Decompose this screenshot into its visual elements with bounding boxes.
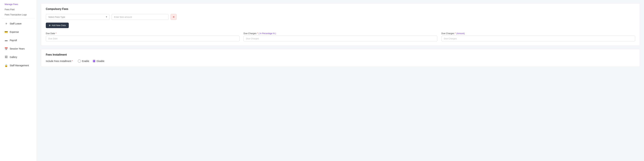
fees-type-select-wrapper: Select Fees Type ▼ [46, 14, 110, 20]
due-charges-amount-required: * [455, 32, 456, 35]
fees-input-row: Select Fees Type ▼ ✕ [46, 14, 635, 20]
due-charges-amount-input[interactable] [442, 36, 635, 41]
sidebar-item-gallery-label: Gallery [10, 56, 17, 58]
add-new-data-label: Add New Data [52, 24, 66, 27]
sidebar-item-expense-label: Expense [10, 31, 19, 33]
due-date-input[interactable] [46, 36, 240, 41]
sidebar-divider-1 [2, 18, 35, 18]
disable-radio-input[interactable] [92, 60, 96, 63]
fees-installment-title: Fees Installment [46, 53, 635, 56]
disable-radio-label: Disable [96, 60, 104, 62]
compulsory-fees-card: Compulsory Fees Select Fees Type ▼ ✕ ⊕ A… [41, 3, 640, 46]
due-date-label: Due Date * [46, 32, 240, 35]
expense-icon: 💳 [4, 30, 8, 34]
times-icon: ✕ [172, 15, 175, 18]
fees-type-select[interactable]: Select Fees Type [46, 14, 110, 20]
sidebar-item-expense[interactable]: 💳 Expense [1, 28, 36, 36]
sidebar-item-payroll-label: Payroll [10, 39, 17, 42]
main-content: Compulsory Fees Select Fees Type ▼ ✕ ⊕ A… [37, 0, 644, 161]
due-charges-form-row: Due Date * Due Charges * ( In Percentage… [46, 32, 635, 41]
installment-radio-group: Include Fees Installment * Enable Disabl… [46, 60, 635, 63]
due-charges-percent-label: Due Charges * ( In Percentage % ) [244, 32, 437, 35]
plus-circle-icon: ⊕ [49, 24, 51, 27]
fees-installment-card: Fees Installment Include Fees Installmen… [41, 49, 640, 67]
due-charges-percent-required: * [257, 32, 258, 35]
sidebar-sub-items: Manage Fees Fees Paid Fees Transaction L… [0, 2, 37, 17]
fees-amount-input[interactable] [112, 14, 168, 20]
sidebar-item-payroll[interactable]: ▬ Payroll [1, 36, 36, 44]
sidebar-item-session-years[interactable]: 📅 Session Years [1, 45, 36, 53]
compulsory-fees-title: Compulsory Fees [46, 7, 635, 10]
enable-radio-input[interactable] [78, 60, 81, 63]
payroll-icon: ▬ [4, 38, 8, 42]
due-charges-amount-group: Due Charges * (Amount) [442, 32, 635, 41]
due-charges-percent-input[interactable] [244, 36, 437, 41]
enable-radio-label: Enable [82, 60, 89, 62]
due-date-required: * [56, 32, 56, 35]
add-new-data-button[interactable]: ⊕ Add New Data [46, 23, 69, 28]
due-charges-percent-hint: ( In Percentage % ) [258, 32, 276, 35]
plane-icon: ✈ [4, 22, 8, 25]
installment-label: Include Fees Installment * [46, 60, 73, 62]
delete-fees-button[interactable]: ✕ [170, 14, 176, 20]
sidebar-item-gallery[interactable]: 🖼 Gallery [1, 53, 36, 61]
sidebar-item-staff-leave[interactable]: ✈ Staff Leave [1, 20, 36, 27]
due-charges-percent-group: Due Charges * ( In Percentage % ) [244, 32, 437, 41]
disable-radio-option[interactable]: Disable [92, 60, 104, 63]
sidebar-item-staff-management[interactable]: 🔒 Staff Management [1, 62, 36, 69]
sidebar-item-fees-transaction-logs[interactable]: Fees Transaction Logs [0, 12, 37, 17]
staff-management-icon: 🔒 [4, 64, 8, 67]
sidebar-item-manage-fees[interactable]: Manage Fees [0, 2, 37, 7]
enable-radio-option[interactable]: Enable [78, 60, 89, 63]
gallery-icon: 🖼 [4, 55, 8, 59]
due-charges-amount-label: Due Charges * (Amount) [442, 32, 635, 35]
calendar-icon: 📅 [4, 47, 8, 50]
sidebar-item-fees-paid[interactable]: Fees Paid [0, 7, 37, 12]
installment-required: * [72, 60, 73, 62]
sidebar: Manage Fees Fees Paid Fees Transaction L… [0, 0, 37, 161]
due-date-group: Due Date * [46, 32, 240, 41]
due-charges-amount-hint: (Amount) [456, 32, 464, 35]
sidebar-item-staff-leave-label: Staff Leave [10, 22, 22, 25]
sidebar-item-session-years-label: Session Years [10, 47, 25, 50]
sidebar-item-staff-management-label: Staff Management [10, 64, 29, 67]
